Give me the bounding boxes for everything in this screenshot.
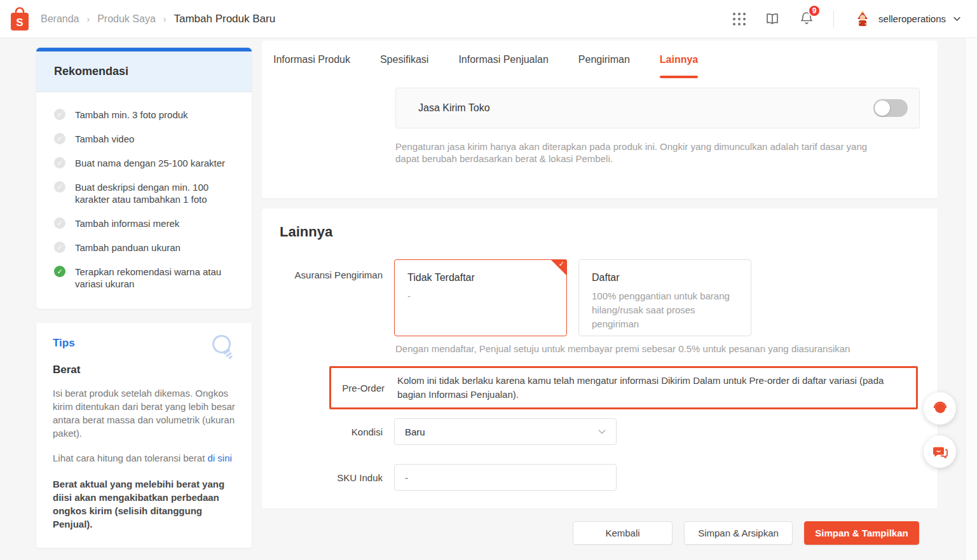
recommendation-item-label: Tambah video <box>75 133 134 145</box>
breadcrumb-separator: › <box>163 14 167 24</box>
notification-count-badge: 9 <box>808 4 821 17</box>
tips-body: Isi berat produk setelah dikemas. Ongkos… <box>53 386 235 440</box>
tab-pengiriman[interactable]: Pengiriman <box>578 41 630 78</box>
list-item: ✓ Terapkan rekomendasi warna atau varias… <box>54 266 236 290</box>
apps-grid-icon[interactable] <box>733 13 746 25</box>
insurance-label: Asuransi Pengiriman <box>262 270 383 280</box>
chevron-down-icon <box>597 427 607 437</box>
condition-select[interactable]: Baru <box>394 418 617 445</box>
tips-link-line: Lihat cara hitung dan toleransi berat di… <box>53 451 235 465</box>
jasa-kirim-toko-label: Jasa Kirim Toko <box>418 102 490 114</box>
chat-icon <box>931 443 949 461</box>
recommendation-title: Rekomendasi <box>36 51 252 92</box>
check-icon: ✓ <box>54 157 65 168</box>
insurance-option-daftar[interactable]: Daftar 100% penggantian untuk barang hil… <box>578 259 751 336</box>
check-done-icon: ✓ <box>54 266 65 277</box>
account-menu[interactable]: selleroperations <box>853 10 962 29</box>
list-item: ✓ Buat nama dengan 25-100 karakter <box>54 157 236 169</box>
preorder-highlight-box: Pre-Order Kolom ini tidak berlaku karena… <box>329 366 918 409</box>
shipping-card: Informasi Produk Spesifikasi Informasi P… <box>262 41 938 198</box>
shopee-logo-icon[interactable]: S <box>9 6 31 32</box>
check-icon: ✓ <box>54 242 65 253</box>
recommendation-item-label: Tambah panduan ukuran <box>75 242 181 254</box>
breadcrumb-separator: › <box>87 14 90 24</box>
breadcrumb-produk-saya[interactable]: Produk Saya <box>97 13 156 25</box>
recommendation-item-label: Buat nama dengan 25-100 karakter <box>75 157 225 169</box>
list-item: ✓ Tambah min. 3 foto produk <box>54 109 236 121</box>
guide-book-icon[interactable] <box>765 11 780 27</box>
shipping-note: Pengaturan jasa kirim hanya akan diterap… <box>395 140 885 165</box>
insurance-note: Dengan mendaftar, Penjual setuju untuk m… <box>395 343 850 354</box>
recommendation-item-label: Terapkan rekomendasi warna atau variasi … <box>75 266 236 290</box>
jasa-kirim-toko-toggle[interactable] <box>873 99 908 117</box>
parent-sku-label: SKU Induk <box>262 472 383 483</box>
check-icon: ✓ <box>54 109 65 120</box>
support-fab[interactable] <box>924 392 956 425</box>
check-icon: ✓ <box>54 133 65 144</box>
list-item: ✓ Tambah panduan ukuran <box>54 242 236 254</box>
tips-heading: Berat <box>53 364 235 376</box>
scrollbar-track[interactable] <box>965 38 977 560</box>
tab-informasi-produk[interactable]: Informasi Produk <box>273 41 350 78</box>
list-item: ✓ Tambah informasi merek <box>54 217 236 229</box>
back-button[interactable]: Kembali <box>573 521 673 545</box>
header-divider <box>833 11 834 27</box>
breadcrumb: Beranda › Produk Saya › Tambah Produk Ba… <box>41 13 275 25</box>
check-icon: ✓ <box>54 217 65 229</box>
breadcrumb-beranda[interactable]: Beranda <box>41 13 79 25</box>
save-archive-button[interactable]: Simpan & Arsipkan <box>684 521 793 545</box>
parent-sku-input[interactable]: - <box>394 464 617 491</box>
top-header: S Beranda › Produk Saya › Tambah Produk … <box>0 0 977 38</box>
selected-check-icon: ✓ <box>559 260 564 268</box>
list-item: ✓ Buat deskripsi dengan min. 100 karakte… <box>54 181 236 205</box>
tab-spesifikasi[interactable]: Spesifikasi <box>380 41 428 78</box>
tab-informasi-penjualan[interactable]: Informasi Penjualan <box>458 41 548 78</box>
insurance-option-title: Tidak Terdaftar <box>407 272 554 283</box>
insurance-option-description: - <box>407 289 554 303</box>
recommendation-item-label: Tambah informasi merek <box>75 217 179 229</box>
footer-actions: Kembali Simpan & Arsipkan Simpan & Tampi… <box>262 521 938 545</box>
insurance-option-tidak-terdaftar[interactable]: ✓ Tidak Terdaftar - <box>394 259 567 336</box>
tab-bar: Informasi Produk Spesifikasi Informasi P… <box>262 41 938 78</box>
preorder-message: Kolom ini tidak berlaku karena kamu tela… <box>397 374 906 402</box>
save-display-button[interactable]: Simpan & Tampilkan <box>804 521 919 545</box>
tips-bold-note: Berat aktual yang melebihi berat yang di… <box>53 477 235 531</box>
check-icon: ✓ <box>54 181 65 193</box>
recommendation-item-label: Tambah min. 3 foto produk <box>75 109 188 121</box>
preorder-label: Pre-Order <box>331 383 385 393</box>
svg-text:S: S <box>16 17 23 29</box>
tab-lainnya[interactable]: Lainnya <box>660 41 698 78</box>
insurance-option-description: 100% penggantian untuk barang hilang/rus… <box>592 289 738 331</box>
recommendation-item-label: Buat deskripsi dengan min. 100 karakter … <box>75 181 236 205</box>
recommendation-panel: Rekomendasi ✓ Tambah min. 3 foto produk … <box>36 48 252 309</box>
condition-value: Baru <box>405 427 425 437</box>
notification-bell-icon[interactable]: 9 <box>799 10 814 28</box>
toggle-knob <box>875 100 890 116</box>
list-item: ✓ Tambah video <box>54 133 236 145</box>
section-title: Lainnya <box>280 224 332 240</box>
condition-label: Kondisi <box>262 427 383 437</box>
chevron-down-icon <box>952 14 962 24</box>
lainnya-section: Lainnya Asuransi Pengiriman ✓ Tidak Terd… <box>262 208 938 509</box>
chat-fab[interactable] <box>924 435 956 468</box>
tips-panel: Tips Berat Isi berat produk setelah dike… <box>36 323 252 548</box>
parent-sku-value: - <box>405 472 408 483</box>
headset-icon <box>931 400 949 418</box>
insurance-option-title: Daftar <box>592 272 738 283</box>
recommendation-list: ✓ Tambah min. 3 foto produk ✓ Tambah vid… <box>36 92 252 309</box>
avatar <box>853 10 872 29</box>
page-title: Tambah Produk Baru <box>174 13 275 25</box>
tips-link[interactable]: di sini <box>208 453 232 463</box>
insurance-options: ✓ Tidak Terdaftar - Daftar 100% penggant… <box>394 259 751 336</box>
username-label: selleroperations <box>878 13 946 24</box>
tips-link-prefix: Lihat cara hitung dan toleransi berat <box>53 453 208 463</box>
jasa-kirim-toko-row: Jasa Kirim Toko <box>395 88 920 128</box>
